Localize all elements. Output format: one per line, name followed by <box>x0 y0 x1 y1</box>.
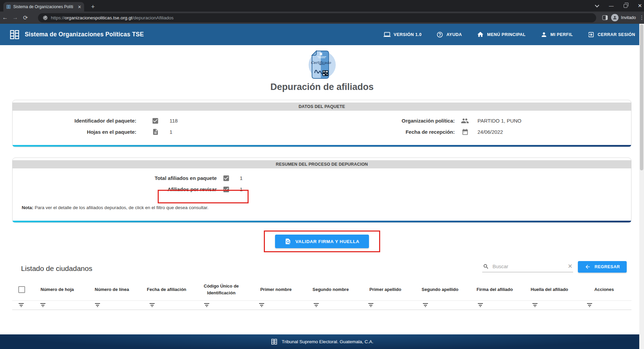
filter-icon[interactable] <box>40 302 45 307</box>
page-scrollbar[interactable] <box>639 24 644 349</box>
filter-icon[interactable] <box>423 302 428 307</box>
svg-text:Certificado: Certificado <box>311 60 331 65</box>
field-organizacion: Organización política: PARTIDO 1, PUNO <box>322 115 631 126</box>
filter-row <box>12 301 631 310</box>
filter-icon[interactable] <box>313 302 319 307</box>
calendar-icon <box>461 128 469 136</box>
forward-button[interactable]: → <box>10 14 20 21</box>
url-text: https://organizacionespoliticas.tse.org.… <box>51 15 174 20</box>
browser-tabstrip: Sistema de Organizaciones Políti ✕ + — ✕ <box>0 0 644 12</box>
row-total-afiliados: Total afiliados en paquete 1 <box>13 172 631 184</box>
nav-ayuda[interactable]: AYUDA <box>436 31 462 38</box>
field-hojas: Hojas en el paquete: 1 <box>13 126 322 137</box>
browser-menu-icon[interactable]: ⋮ <box>639 15 643 21</box>
document-icon <box>151 128 159 136</box>
filter-icon[interactable] <box>18 302 24 307</box>
footer-text: Tribunal Supremo Electoral. Guatemala, C… <box>282 339 373 344</box>
regresar-button[interactable]: REGRESAR <box>578 261 627 273</box>
col-numero-linea: Número de línea <box>84 279 139 301</box>
browser-tab[interactable]: Sistema de Organizaciones Políti ✕ <box>3 2 84 12</box>
filter-icon[interactable] <box>204 302 210 307</box>
nav-cerrar-sesion[interactable]: CERRAR SESIÓN <box>588 31 635 38</box>
fecha-value: 24/06/2022 <box>477 129 503 135</box>
nav-version-label: VERSIÓN 1.0 <box>394 32 422 37</box>
reload-button[interactable]: ⟳ <box>20 14 31 21</box>
avatar <box>611 14 619 21</box>
hojas-value: 1 <box>170 129 172 135</box>
people-icon <box>461 117 469 125</box>
card-accent-bar <box>13 145 631 147</box>
table-header-row: Número de hoja Número de línea Fecha de … <box>12 279 631 301</box>
card-resumen: RESUMEN DEL PROCESO DE DEPURACION Total … <box>12 158 631 223</box>
profile-chip[interactable]: Invitado <box>611 14 636 21</box>
nav-menu-principal[interactable]: MENÚ PRINCIPAL <box>477 31 526 38</box>
checkbox-checked-icon <box>151 117 159 125</box>
afiliados-por-revisar-value: 1 <box>240 186 242 192</box>
nav-cerrar-label: CERRAR SESIÓN <box>598 32 635 37</box>
card-accent-bar <box>13 221 631 222</box>
certificado-logo: Certificado <box>306 47 338 80</box>
tab-search-chevron-icon[interactable] <box>595 3 600 7</box>
search-clear-icon[interactable]: ✕ <box>568 263 572 270</box>
browser-window: Sistema de Organizaciones Políti ✕ + — ✕… <box>0 0 644 349</box>
col-segundo-nombre: Segundo nombre <box>303 279 358 301</box>
browser-toolbar: ← → ⟳ https://organizacionespoliticas.ts… <box>0 12 644 24</box>
total-afiliados-value: 1 <box>240 175 242 181</box>
tab-close-icon[interactable]: ✕ <box>78 5 81 9</box>
search-box[interactable]: ✕ <box>482 261 573 272</box>
app-header: Sistema de Organizaciones Políticas TSE … <box>0 24 644 45</box>
filter-icon[interactable] <box>477 302 483 307</box>
tse-logo-icon <box>271 338 278 345</box>
tab-title: Sistema de Organizaciones Políti <box>13 4 75 9</box>
new-tab-button[interactable]: + <box>89 3 97 11</box>
address-bar[interactable]: https://organizacionespoliticas.tse.org.… <box>38 13 596 22</box>
checkbox-checked-icon <box>222 174 230 182</box>
tse-favicon-icon <box>6 4 11 9</box>
page-title: Depuración de afiliados <box>0 82 644 92</box>
window-minimize-button[interactable]: — <box>609 3 613 8</box>
nav-mi-perfil[interactable]: MI PERFIL <box>541 31 573 38</box>
nav-perfil-label: MI PERFIL <box>550 32 573 37</box>
filter-icon[interactable] <box>587 302 592 307</box>
card-datos-del-paquete: DATOS DEL PAQUETE Identificador del paqu… <box>12 100 631 147</box>
col-acciones: Acciones <box>577 279 631 301</box>
col-cui: Código Único de Identificación <box>194 279 249 301</box>
row-afiliados-por-revisar[interactable]: Afiliados por revisar 1 <box>13 184 631 195</box>
find-in-page-icon <box>285 238 291 245</box>
col-huella: Huella del afiliado <box>522 279 577 301</box>
search-input[interactable] <box>492 263 564 269</box>
nav-version[interactable]: VERSIÓN 1.0 <box>384 31 422 38</box>
checkbox-checked-icon <box>222 185 230 194</box>
side-panel-icon[interactable] <box>602 15 608 20</box>
field-identificador: Identificador del paquete: 118 <box>13 115 322 126</box>
col-firma: Firma del afiliado <box>467 279 522 301</box>
col-fecha-afiliacion: Fecha de afiliación <box>139 279 194 301</box>
col-primer-apellido: Primer apellido <box>358 279 413 301</box>
logout-icon <box>588 31 594 38</box>
filter-icon[interactable] <box>368 302 374 307</box>
site-info-globe-icon[interactable] <box>43 15 48 20</box>
home-icon <box>477 31 484 38</box>
app-footer: Tribunal Supremo Electoral. Guatemala, C… <box>0 334 644 349</box>
window-restore-button[interactable] <box>624 4 627 8</box>
listado-title: Listado de ciudadanos <box>21 264 92 273</box>
window-close-button[interactable]: ✕ <box>638 3 642 9</box>
col-segundo-apellido: Segundo apellido <box>413 279 467 301</box>
nav-menu-label: MENÚ PRINCIPAL <box>487 32 526 37</box>
listado-section: Listado de ciudadanos ✕ REGRESAR Número <box>12 261 631 310</box>
identificador-value: 118 <box>170 118 178 124</box>
filter-icon[interactable] <box>150 302 155 307</box>
search-icon <box>483 263 489 270</box>
select-all-checkbox[interactable] <box>18 286 25 293</box>
scrollbar-thumb[interactable] <box>640 24 643 170</box>
arrow-back-icon <box>585 264 591 270</box>
profile-name: Invitado <box>621 15 636 20</box>
annotation-box-validar-button: VALIDAR FIRMA Y HUELLA <box>264 231 380 252</box>
filter-icon[interactable] <box>259 302 264 307</box>
filter-icon[interactable] <box>532 302 538 307</box>
validar-firma-huella-button[interactable]: VALIDAR FIRMA Y HUELLA <box>275 235 369 248</box>
filter-icon[interactable] <box>95 302 100 307</box>
card-resumen-title: RESUMEN DEL PROCESO DE DEPURACION <box>13 160 631 168</box>
note-text: Nota: Para ver el detalle de los afiliad… <box>22 205 631 210</box>
back-button[interactable]: ← <box>0 14 10 21</box>
